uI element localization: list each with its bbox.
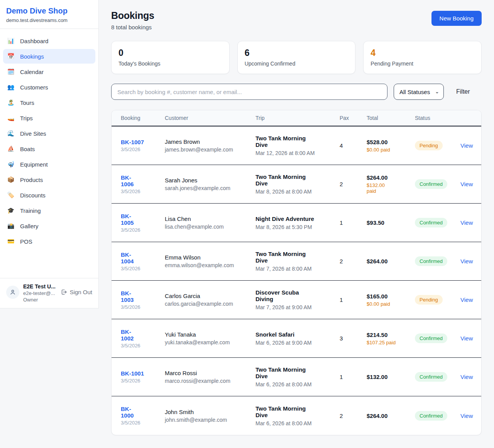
stat-value: 6 xyxy=(245,48,349,58)
status-cell: Confirmed xyxy=(415,405,460,427)
actions-cell: View xyxy=(460,367,477,386)
sidebar-item-calendar[interactable]: 🗓️ Calendar xyxy=(3,64,95,79)
user-icon xyxy=(9,289,16,296)
view-link[interactable]: View xyxy=(460,181,473,187)
sidebar-item-dashboard[interactable]: 📊 Dashboard xyxy=(3,34,95,48)
view-link[interactable]: View xyxy=(460,142,473,149)
sign-out-button[interactable]: Sign Out xyxy=(61,289,92,295)
actions-cell: View xyxy=(460,406,477,425)
column-header-status: Status xyxy=(415,115,460,121)
view-link[interactable]: View xyxy=(460,335,473,342)
booking-cell: BK-1001 3/5/2026 xyxy=(121,364,165,390)
column-header-customer: Customer xyxy=(165,115,255,121)
stat-label: Upcoming Confirmed xyxy=(245,61,349,67)
total-cell: $214.50 $107.25 paid xyxy=(367,325,415,352)
sidebar-item-training[interactable]: 🎓 Training xyxy=(3,203,95,218)
sidebar-item-customers[interactable]: 👥 Customers xyxy=(3,80,95,94)
filter-button[interactable]: Filter xyxy=(456,88,470,95)
booking-id-link[interactable]: BK-1002 xyxy=(121,328,137,342)
sidebar-item-boats[interactable]: ⛵ Boats xyxy=(3,141,95,156)
total-amount: $528.00 xyxy=(367,139,410,145)
nav-icon: 🏝️ xyxy=(7,99,15,106)
trip-datetime: Mar 6, 2026 at 9:00 AM xyxy=(255,340,335,346)
booking-id-link[interactable]: BK-1001 xyxy=(121,370,144,377)
booking-date: 3/5/2026 xyxy=(121,189,160,194)
user-role: Owner xyxy=(23,297,57,303)
booking-id-link[interactable]: BK-1000 xyxy=(121,406,137,419)
total-cell: $264.00 $132.00 paid xyxy=(367,168,415,200)
sidebar-item-label: Dive Sites xyxy=(20,130,46,137)
customer-name: Lisa Chen xyxy=(165,216,251,222)
customer-email: james.brown@example.com xyxy=(165,147,251,153)
stat-label: Today's Bookings xyxy=(118,61,222,67)
sidebar-item-label: Gallery xyxy=(20,223,39,229)
table-body: BK-1007 3/5/2026 James Brown james.brown… xyxy=(112,126,481,435)
total-amount: $264.00 xyxy=(367,258,410,264)
trip-name: Two Tank Morning Dive xyxy=(255,135,310,148)
booking-id-link[interactable]: BK-1007 xyxy=(121,139,144,145)
total-cell: $165.00 $0.00 paid xyxy=(367,287,415,313)
table-row: BK-1002 3/5/2026 Yuki Tanaka yuki.tanaka… xyxy=(112,319,481,358)
view-link[interactable]: View xyxy=(460,258,473,264)
booking-date: 3/5/2026 xyxy=(121,227,160,233)
trip-name: Discover Scuba Diving xyxy=(255,289,310,302)
stat-value: 4 xyxy=(370,48,474,58)
table-row: BK-1006 3/5/2026 Sarah Jones sarah.jones… xyxy=(112,165,481,204)
trip-name: Two Tank Morning Dive xyxy=(255,173,310,187)
total-cell: $132.00 xyxy=(367,367,415,386)
booking-date: 3/5/2026 xyxy=(121,378,160,384)
status-filter-select[interactable]: All Statuses xyxy=(394,84,444,100)
booking-id-link[interactable]: BK-1006 xyxy=(121,174,137,187)
trip-datetime: Mar 7, 2026 at 8:00 AM xyxy=(255,266,335,272)
sidebar-item-equipment[interactable]: 🤿 Equipment xyxy=(3,157,95,172)
customer-email: sarah.jones@example.com xyxy=(165,185,251,191)
sidebar-item-pos[interactable]: 💳 POS xyxy=(3,234,95,249)
sidebar-item-label: Bookings xyxy=(20,53,44,60)
view-link[interactable]: View xyxy=(460,219,473,226)
customer-cell: Lisa Chen lisa.chen@example.com xyxy=(165,209,255,236)
booking-cell: BK-1006 3/5/2026 xyxy=(121,168,165,200)
view-link[interactable]: View xyxy=(460,374,473,380)
pax-count: 2 xyxy=(340,175,367,194)
view-link[interactable]: View xyxy=(460,413,473,419)
view-link[interactable]: View xyxy=(460,296,473,303)
column-header-trip: Trip xyxy=(255,115,340,121)
status-cell: Pending xyxy=(415,289,460,311)
stat-card-pending-payment: 4 Pending Payment xyxy=(363,41,482,74)
booking-date: 3/5/2026 xyxy=(121,420,160,426)
sidebar-item-dive-sites[interactable]: 🌊 Dive Sites xyxy=(3,126,95,141)
sidebar-item-trips[interactable]: 🚤 Trips xyxy=(3,111,95,125)
sidebar-item-products[interactable]: 📦 Products xyxy=(3,172,95,187)
booking-cell: BK-1000 3/5/2026 xyxy=(121,399,165,432)
customer-email: lisa.chen@example.com xyxy=(165,224,251,230)
customer-email: carlos.garcia@example.com xyxy=(165,301,251,307)
sidebar-item-gallery[interactable]: 📸 Gallery xyxy=(3,219,95,233)
column-header-total: Total xyxy=(367,115,415,121)
sidebar-item-tours[interactable]: 🏝️ Tours xyxy=(3,95,95,110)
trip-datetime: Mar 12, 2026 at 8:00 AM xyxy=(255,150,335,156)
table-row: BK-1000 3/5/2026 John Smith john.smith@e… xyxy=(112,396,481,435)
customer-name: Marco Rossi xyxy=(165,370,251,376)
trip-datetime: Mar 8, 2026 at 8:00 AM xyxy=(255,189,335,195)
paid-amount: $107.25 paid xyxy=(367,340,410,345)
status-cell: Confirmed xyxy=(415,173,460,195)
sidebar-item-discounts[interactable]: 🏷️ Discounts xyxy=(3,188,95,202)
sidebar-item-bookings[interactable]: 📅 Bookings xyxy=(3,49,95,64)
table-row: BK-1004 3/5/2026 Emma Wilson emma.wilson… xyxy=(112,242,481,281)
sidebar-item-label: Training xyxy=(20,207,41,214)
new-booking-button[interactable]: New Booking xyxy=(431,11,482,26)
user-name: E2E Test U... xyxy=(23,283,57,290)
sidebar-item-label: Dashboard xyxy=(20,38,48,44)
booking-id-link[interactable]: BK-1003 xyxy=(121,290,137,303)
nav-icon: 💳 xyxy=(7,238,15,245)
actions-cell: View xyxy=(460,213,477,232)
sidebar-item-label: Customers xyxy=(20,84,48,91)
booking-id-link[interactable]: BK-1005 xyxy=(121,213,137,226)
pax-count: 1 xyxy=(340,213,367,232)
column-header-booking: Booking xyxy=(121,115,165,121)
search-input[interactable] xyxy=(111,84,387,100)
nav-icon: 🏷️ xyxy=(7,192,15,199)
nav-icon: 👥 xyxy=(7,84,15,91)
customer-cell: Marco Rossi marco.rossi@example.com xyxy=(165,364,255,390)
booking-id-link[interactable]: BK-1004 xyxy=(121,251,137,264)
